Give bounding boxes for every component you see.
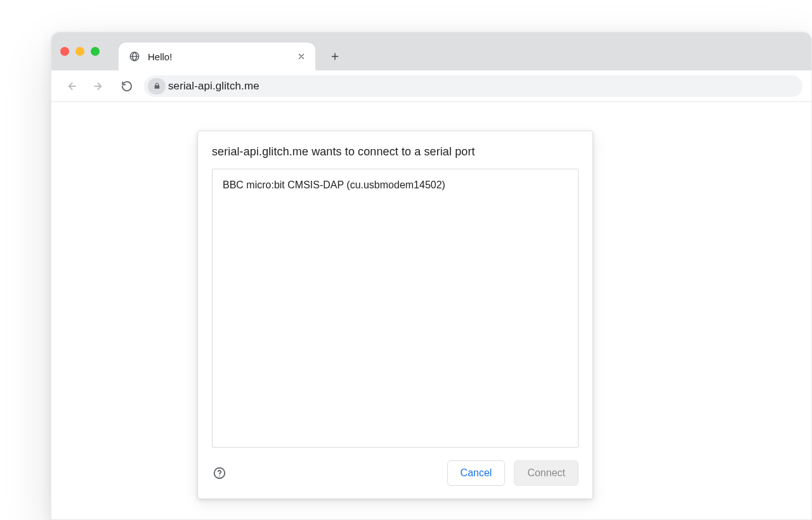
site-info-button[interactable] (148, 78, 166, 94)
close-window-icon[interactable] (60, 47, 69, 56)
url-text: serial-api.glitch.me (168, 80, 259, 93)
back-button[interactable] (60, 75, 82, 97)
tab-strip: Hello! (51, 32, 811, 70)
browser-tab[interactable]: Hello! (119, 42, 315, 70)
close-tab-icon[interactable] (295, 50, 308, 63)
forward-button[interactable] (88, 75, 110, 97)
help-icon[interactable] (212, 465, 227, 481)
connect-button[interactable]: Connect (514, 460, 579, 486)
address-bar[interactable]: serial-api.glitch.me (144, 75, 802, 97)
dialog-title: serial-api.glitch.me wants to connect to… (212, 145, 579, 159)
device-list[interactable]: BBC micro:bit CMSIS-DAP (cu.usbmodem1450… (212, 169, 579, 448)
tab-title: Hello! (148, 51, 172, 62)
dialog-footer: Cancel Connect (212, 460, 579, 486)
globe-icon (129, 51, 140, 62)
device-item[interactable]: BBC micro:bit CMSIS-DAP (cu.usbmodem1450… (223, 178, 568, 192)
cancel-button[interactable]: Cancel (447, 460, 506, 486)
new-tab-button[interactable] (324, 46, 346, 67)
maximize-window-icon[interactable] (91, 47, 100, 56)
toolbar: serial-api.glitch.me (51, 70, 811, 102)
serial-port-dialog: serial-api.glitch.me wants to connect to… (197, 131, 593, 499)
lock-icon (153, 82, 161, 90)
window-controls (60, 32, 100, 70)
browser-window: Hello! (51, 32, 812, 520)
minimize-window-icon[interactable] (75, 47, 84, 56)
svg-point-2 (219, 476, 220, 477)
stage: Hello! (0, 0, 812, 520)
reload-button[interactable] (116, 75, 138, 97)
